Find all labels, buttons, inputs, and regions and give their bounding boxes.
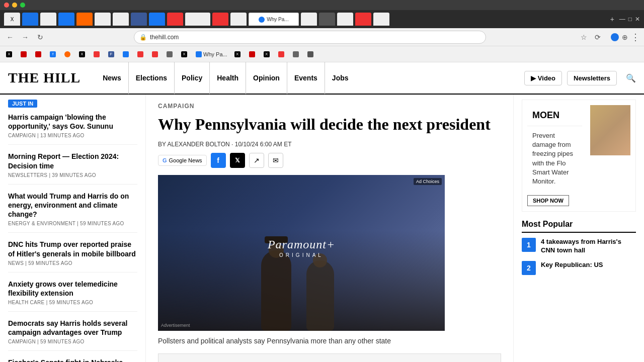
reload-button[interactable]: ↻ [34, 31, 46, 43]
tab-item[interactable] [76, 13, 93, 26]
bookmark-reddit[interactable] [61, 49, 75, 60]
sidebar-headline-5[interactable]: Anxiety grows over telemedicine flexibil… [8, 280, 137, 298]
bookmark-nbc[interactable] [246, 49, 260, 60]
article-area: CAMPAIGN Why Pennsylvania will decide th… [146, 95, 513, 362]
tab-item[interactable] [355, 13, 371, 26]
nav-news[interactable]: News [96, 62, 129, 94]
bookmark-e2[interactable] [149, 49, 163, 60]
browser-minimize[interactable]: — [619, 16, 625, 23]
bookmark-bbc[interactable] [18, 49, 31, 60]
ad-cta-button[interactable]: SHOP NOW [527, 195, 569, 206]
minimize-btn[interactable] [12, 3, 17, 8]
tab-item[interactable] [185, 13, 210, 26]
sidebar-headline-3[interactable]: What would Trump and Harris do on energy… [8, 192, 137, 219]
popular-headline-1[interactable]: 4 takeaways from Harris's CNN town hall [541, 238, 636, 255]
bottom-ad-strip: Advertisement [158, 353, 501, 362]
menu-icon[interactable]: ⋮ [631, 32, 640, 43]
list-item: Fischer's Senate fight in Nebraska leave… [8, 358, 137, 362]
ad-text-area: MOEN Prevent damage from freezing pipes … [527, 105, 582, 206]
list-item: 2 Key Republican: US [522, 261, 636, 275]
bookmark-g[interactable] [164, 49, 177, 60]
most-popular-section: Most Popular 1 4 takeaways from Harris's… [522, 220, 636, 275]
facebook-icon: f [217, 156, 219, 164]
tab-item[interactable] [373, 13, 389, 26]
sidebar-headline-2[interactable]: Morning Report — Election 2024: Decision… [8, 152, 137, 170]
profile-icon[interactable] [611, 33, 619, 41]
active-tab[interactable]: Why Pa... [249, 13, 299, 26]
bookmark-espn[interactable] [32, 49, 46, 60]
sidebar-headline-4[interactable]: DNC hits Trump over reported praise of H… [8, 240, 137, 258]
share-google-news[interactable]: G Google News [158, 155, 207, 166]
sidebar-headline-1[interactable]: Harris campaign 'blowing the opportunity… [8, 113, 137, 131]
maximize-btn[interactable] [20, 3, 25, 8]
article-title: Why Pennsylvania will decide the next pr… [158, 115, 501, 134]
extensions-icon[interactable]: ⊕ [622, 33, 628, 41]
nav-jobs[interactable]: Jobs [325, 62, 356, 94]
paramount-logo: Paramount+ ORIGINAL [268, 238, 335, 258]
address-bar[interactable]: 🔒 thehill.com [134, 31, 486, 44]
tab-item[interactable] [131, 13, 147, 26]
reload-btn[interactable]: ⟳ [592, 31, 604, 43]
bookmark-x4[interactable]: X [231, 49, 245, 60]
browser-close[interactable]: ✕ [635, 16, 640, 23]
browser-maximize[interactable]: □ [628, 16, 632, 23]
most-popular-title: Most Popular [522, 220, 636, 233]
bookmarks-star[interactable]: ☆ [578, 31, 590, 43]
search-icon[interactable]: 🔍 [626, 73, 636, 83]
sidebar-headline-6[interactable]: Democrats say Harris holds several campa… [8, 319, 137, 337]
tab-item[interactable] [167, 13, 183, 26]
tab-item[interactable] [22, 13, 38, 26]
share-email[interactable]: ✉ [268, 153, 283, 168]
sidebar-headline-7[interactable]: Fischer's Senate fight in Nebraska leave… [8, 358, 137, 362]
main-nav: News Elections Policy Health Opinion Eve… [96, 62, 355, 94]
back-button[interactable]: ← [4, 31, 16, 43]
bookmark-fb2[interactable]: F [105, 49, 119, 60]
bookmark-x5[interactable]: X [261, 49, 274, 60]
bookmark-yt[interactable] [91, 49, 104, 60]
nav-events[interactable]: Events [287, 62, 325, 94]
bookmark-e5[interactable] [304, 49, 318, 60]
tab-item[interactable] [95, 13, 111, 26]
new-tab-button[interactable]: + [607, 14, 617, 24]
tab-item[interactable]: X [4, 13, 20, 26]
ad-choices-label[interactable]: Ad Choices [414, 178, 442, 185]
tab-item[interactable] [58, 13, 74, 26]
bookmark-x3[interactable]: X [178, 49, 192, 60]
share-facebook[interactable]: f [211, 153, 226, 168]
article-blurb: Pollsters and political analysts say Pen… [158, 336, 501, 346]
forward-button[interactable]: → [19, 31, 31, 43]
site-logo[interactable]: THE HILL [8, 70, 80, 86]
bookmark-x1[interactable]: X [3, 49, 17, 60]
bookmark-fb3[interactable] [120, 49, 133, 60]
share-more[interactable]: ↗ [249, 153, 264, 168]
popular-headline-2[interactable]: Key Republican: US [541, 261, 603, 269]
tab-item[interactable] [230, 13, 247, 26]
paramount-text: Paramount+ [268, 238, 335, 251]
list-item: What would Trump and Harris do on energy… [8, 192, 137, 233]
nav-health[interactable]: Health [210, 62, 246, 94]
popular-rank-2: 2 [522, 261, 536, 275]
tab-item[interactable] [113, 13, 129, 26]
nav-policy[interactable]: Policy [175, 62, 210, 94]
tab-item[interactable] [212, 13, 228, 26]
tab-item[interactable] [40, 13, 56, 26]
tab-item[interactable] [149, 13, 165, 26]
tab-item[interactable] [301, 13, 317, 26]
share-more-icon: ↗ [254, 156, 260, 164]
sidebar-meta-6: CAMPAIGN | 59 MINUTES AGO [8, 339, 137, 344]
bookmark-e4[interactable] [290, 49, 303, 60]
close-btn[interactable] [4, 3, 9, 8]
bookmark-fb[interactable]: f [47, 49, 60, 60]
nav-opinion[interactable]: Opinion [246, 62, 287, 94]
newsletters-button[interactable]: Newsletters [567, 71, 617, 85]
share-bar: G Google News f 𝕏 ↗ ✉ [158, 153, 501, 168]
bookmark-hill[interactable]: Why Pa... [193, 49, 230, 60]
bookmark-e1[interactable] [134, 49, 148, 60]
tab-item[interactable] [337, 13, 353, 26]
bookmark-x2[interactable]: X [76, 49, 90, 60]
bookmark-e3[interactable] [275, 49, 289, 60]
video-button[interactable]: ▶ Video [524, 71, 562, 85]
share-x[interactable]: 𝕏 [230, 153, 245, 168]
nav-elections[interactable]: Elections [129, 62, 175, 94]
tab-item[interactable] [319, 13, 335, 26]
